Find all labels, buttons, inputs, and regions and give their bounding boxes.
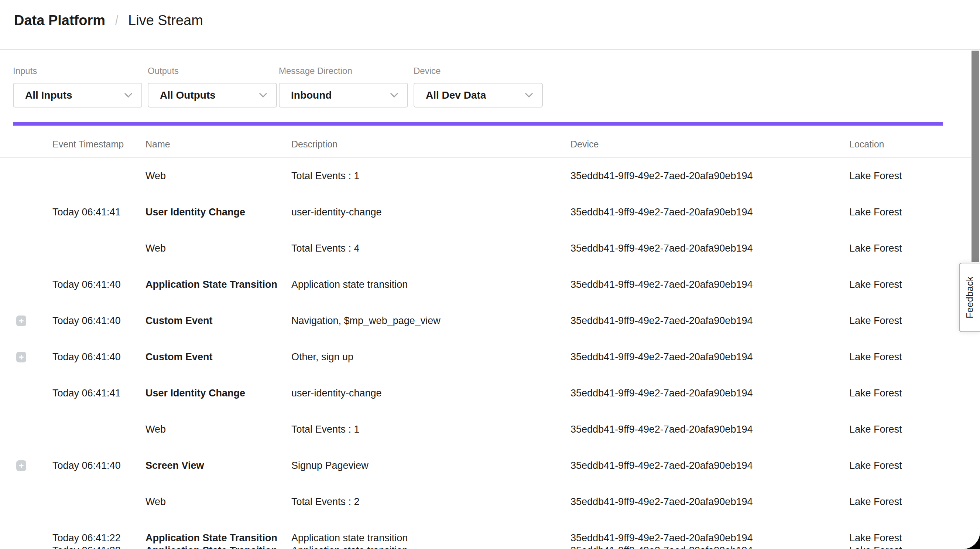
table-header: Event Timestamp Name Description Device … [0, 131, 971, 158]
expand-icon[interactable]: + [16, 352, 26, 362]
chevron-down-icon [259, 90, 267, 97]
filter-message-direction: Message Direction Inbound [279, 66, 408, 107]
event-name-cell: Application State Transition [145, 545, 291, 549]
outputs-select-value: All Outputs [160, 89, 216, 101]
table-body: Web Total Events : 1 35eddb41-9ff9-49e2-… [0, 158, 971, 549]
filter-inputs: Inputs All Inputs [13, 66, 142, 107]
top-bar: Data Platform / Live Stream ? Clear Paus… [0, 0, 980, 50]
table-row[interactable]: Web Total Events : 1 35eddb41-9ff9-49e2-… [0, 411, 971, 447]
message-direction-select[interactable]: Inbound [279, 83, 408, 107]
filter-device: Device All Dev Data [414, 66, 543, 107]
event-name-cell: Screen View [145, 460, 291, 471]
event-location-cell: Lake Forest [849, 424, 971, 435]
feedback-tab-label: Feedback [964, 276, 975, 318]
event-device-cell: 35eddb41-9ff9-49e2-7aed-20afa90eb194 [571, 496, 849, 508]
event-timestamp-cell: Today 06:41:40 [52, 315, 145, 327]
column-header-description: Description [291, 139, 571, 150]
event-description-cell: Application state transition [291, 545, 571, 549]
breadcrumb-data-platform[interactable]: Data Platform [14, 13, 105, 29]
breadcrumb: Data Platform / Live Stream [14, 13, 203, 29]
stream-progress-bar [13, 122, 943, 126]
outputs-filter-label: Outputs [148, 66, 277, 76]
event-device-cell: 35eddb41-9ff9-49e2-7aed-20afa90eb194 [571, 170, 849, 182]
column-header-device: Device [571, 139, 849, 150]
table-row[interactable]: Today 06:41:41 User Identity Change user… [0, 194, 971, 230]
event-name-cell: User Identity Change [145, 206, 291, 218]
event-timestamp-cell: Today 06:41:22 [52, 545, 145, 549]
event-location-cell: Lake Forest [849, 460, 971, 471]
event-timestamp-cell: Today 06:41:41 [52, 388, 145, 399]
message-direction-select-value: Inbound [291, 89, 332, 101]
table-row[interactable]: + Today 06:41:40 Custom Event Navigation… [0, 303, 971, 339]
device-select[interactable]: All Dev Data [414, 83, 543, 107]
event-location-cell: Lake Forest [849, 315, 971, 327]
event-device-cell: 35eddb41-9ff9-49e2-7aed-20afa90eb194 [571, 351, 849, 363]
inputs-filter-label: Inputs [13, 66, 142, 76]
device-filter-label: Device [414, 66, 543, 76]
table-row[interactable]: Today 06:41:40 Application State Transit… [0, 267, 971, 303]
event-description-cell: Application state transition [291, 532, 571, 544]
table-row[interactable]: + Today 06:41:40 Custom Event Other, sig… [0, 339, 971, 375]
expand-cell: + [13, 460, 52, 471]
inputs-select[interactable]: All Inputs [13, 83, 142, 107]
expand-icon[interactable]: + [16, 316, 26, 326]
event-description-cell: Signup Pageview [291, 460, 571, 471]
chevron-down-icon [390, 90, 398, 97]
event-name-cell: User Identity Change [145, 388, 291, 399]
event-location-cell: Lake Forest [849, 388, 971, 399]
event-device-cell: 35eddb41-9ff9-49e2-7aed-20afa90eb194 [571, 424, 849, 435]
column-header-event-timestamp: Event Timestamp [52, 139, 145, 150]
chevron-down-icon [525, 90, 533, 97]
event-location-cell: Lake Forest [849, 496, 971, 508]
table-row[interactable]: + Today 06:41:40 Screen View Signup Page… [0, 447, 971, 484]
filter-outputs: Outputs All Outputs [148, 66, 277, 107]
event-device-cell: 35eddb41-9ff9-49e2-7aed-20afa90eb194 [571, 545, 849, 549]
table-row[interactable]: Web Total Events : 2 35eddb41-9ff9-49e2-… [0, 484, 971, 520]
event-description-cell: Other, sign up [291, 351, 571, 363]
event-description-cell: Total Events : 4 [291, 243, 571, 254]
table-row[interactable]: Web Total Events : 1 35eddb41-9ff9-49e2-… [0, 158, 971, 194]
event-name-cell: Web [145, 424, 291, 435]
column-header-name: Name [145, 139, 291, 150]
chevron-down-icon [124, 90, 132, 97]
event-name-cell: Application State Transition [145, 279, 291, 290]
table-row[interactable]: Today 06:41:41 User Identity Change user… [0, 375, 971, 411]
event-device-cell: 35eddb41-9ff9-49e2-7aed-20afa90eb194 [571, 243, 849, 254]
message-direction-filter-label: Message Direction [279, 66, 408, 76]
event-name-cell: Web [145, 170, 291, 182]
event-name-cell: Web [145, 496, 291, 508]
event-description-cell: Total Events : 1 [291, 170, 571, 182]
event-location-cell: Lake Forest [849, 351, 971, 363]
expand-icon[interactable]: + [16, 460, 26, 471]
event-location-cell: Lake Forest [849, 545, 971, 549]
event-name-cell: Custom Event [145, 315, 291, 327]
event-description-cell: Navigation, $mp_web_page_view [291, 315, 571, 327]
event-timestamp-cell: Today 06:41:40 [52, 351, 145, 363]
event-device-cell: 35eddb41-9ff9-49e2-7aed-20afa90eb194 [571, 206, 849, 218]
event-timestamp-cell: Today 06:41:22 [52, 532, 145, 544]
breadcrumb-separator: / [115, 13, 118, 29]
inputs-select-value: All Inputs [25, 89, 72, 101]
event-location-cell: Lake Forest [849, 206, 971, 218]
expand-cell: + [13, 351, 52, 363]
feedback-tab[interactable]: Feedback [959, 263, 980, 332]
event-location-cell: Lake Forest [849, 243, 971, 254]
device-select-value: All Dev Data [426, 89, 486, 101]
event-description-cell: user-identity-change [291, 388, 571, 399]
event-device-cell: 35eddb41-9ff9-49e2-7aed-20afa90eb194 [571, 388, 849, 399]
event-description-cell: Application state transition [291, 279, 571, 290]
event-name-cell: Application State Transition [145, 532, 291, 544]
event-description-cell: Total Events : 2 [291, 496, 571, 508]
expand-cell: + [13, 315, 52, 327]
scrollbar-thumb[interactable] [972, 51, 979, 262]
event-name-cell: Web [145, 243, 291, 254]
table-row[interactable]: Web Total Events : 4 35eddb41-9ff9-49e2-… [0, 230, 971, 267]
table-row[interactable]: Today 06:41:22 Application State Transit… [0, 545, 971, 549]
event-device-cell: 35eddb41-9ff9-49e2-7aed-20afa90eb194 [571, 279, 849, 290]
event-device-cell: 35eddb41-9ff9-49e2-7aed-20afa90eb194 [571, 532, 849, 544]
event-name-cell: Custom Event [145, 351, 291, 363]
page-title: Live Stream [128, 13, 203, 29]
outputs-select[interactable]: All Outputs [148, 83, 277, 107]
event-device-cell: 35eddb41-9ff9-49e2-7aed-20afa90eb194 [571, 460, 849, 471]
event-timestamp-cell: Today 06:41:40 [52, 460, 145, 471]
